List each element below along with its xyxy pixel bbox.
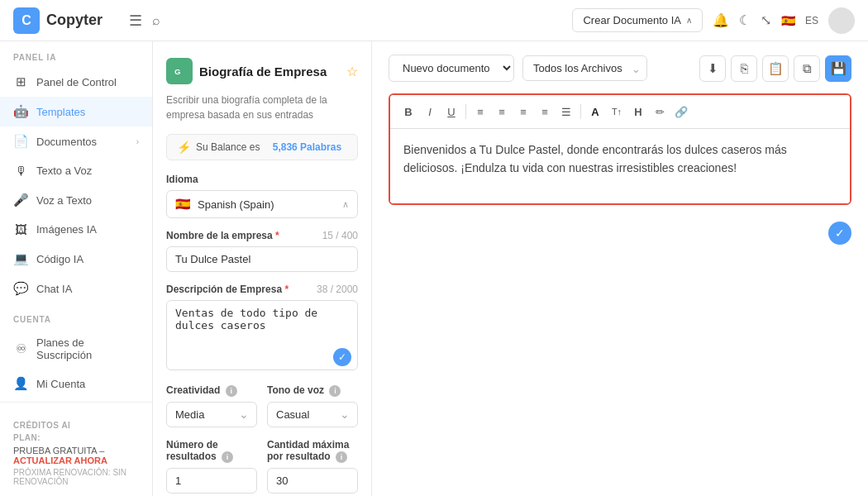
plan-text: PRUEBA GRATUITA – ACTUALIZAR AHORA [13,446,139,465]
creatividad-group: Creatividad i Media Baja Alta [166,384,257,427]
balance-row: ⚡ Su Balance es 5,836 Palabras [166,134,358,160]
fullscreen-icon[interactable]: ⤡ [761,12,771,28]
creatividad-select[interactable]: Media Baja Alta [166,402,257,427]
search-icon[interactable]: ⌕ [152,13,160,28]
required-star2: * [282,284,289,295]
sidebar-label-codigo: Código IA [36,253,139,265]
moon-icon[interactable]: ☾ [739,12,751,28]
right-panel: Nuevo documento Todos los Archivos ⬇ ⎘ 📋… [372,41,868,496]
sidebar-label-panel-control: Panel de Control [36,76,139,88]
sidebar-label-imagenes: Imágenes IA [36,223,139,236]
upgrade-link[interactable]: ACTUALIZAR AHORA [13,455,107,465]
text-size-button[interactable]: T↑ [607,102,627,122]
template-icon: G [166,58,193,84]
sidebar-item-templates[interactable]: 🤖 Templates [0,97,152,126]
sidebar-item-codigo[interactable]: 💻 Código IA [0,244,152,274]
underline-button[interactable]: U [441,102,461,122]
sidebar-label-texto-voz: Texto a Voz [36,165,139,177]
sidebar-label-voz-texto: Voz a Texto [36,194,139,207]
bold-button[interactable]: B [398,102,418,122]
align-center-button[interactable]: ≡ [492,102,512,122]
descripcion-wrap: Ventas de todo tipo de dulces caseros ✓ [166,300,358,373]
check-overlay: ✓ [333,348,351,366]
star-icon[interactable]: ☆ [346,64,358,79]
sidebar-item-mi-cuenta[interactable]: 👤 Mi Cuenta [0,369,152,398]
creatividad-info-icon[interactable]: i [226,385,237,397]
middle-panel: G Biografía de Empresa ☆ Escribir una bi… [153,41,372,496]
sidebar-label-chat: Chat IA [36,283,139,295]
num-resultados-label: Número de resultados i [166,439,257,463]
topbar: C Copyter ☰ ⌕ Crear Documento IA ∧ 🔔 ☾ ⤡… [0,0,868,41]
balance-value: 5,836 Palabras [273,141,341,153]
image-icon: 🖼 [13,222,28,236]
font-color-button[interactable]: A [585,102,605,122]
sidebar-item-voz-texto[interactable]: 🎤 Voz a Texto [0,185,152,215]
subscription-icon: ♾ [13,341,28,356]
descripcion-textarea[interactable]: Ventas de todo tipo de dulces caseros [166,300,358,370]
template-title: Biografía de Empresa [199,64,340,79]
editor-box: B I U ≡ ≡ ≡ ≡ ☰ A T↑ H ✏ 🔗 Bienvenidos a [389,93,851,205]
num-resultados-group: Número de resultados i [166,439,257,494]
code-icon: 💻 [13,251,28,266]
num-resultados-info-icon[interactable]: i [222,451,233,463]
right-top-bar: Nuevo documento Todos los Archivos ⬇ ⎘ 📋… [389,55,851,82]
crear-documento-button[interactable]: Crear Documento IA ∧ [572,8,703,32]
pen-button[interactable]: ✏ [650,102,670,122]
logo-icon: C [13,7,40,34]
copy-icon-btn[interactable]: ⎘ [731,55,757,82]
tono-select[interactable]: Casual Formal Neutro [267,402,358,427]
avatar[interactable] [828,7,855,34]
sidebar-item-documentos[interactable]: 📄 Documentos › [0,126,152,156]
lang-selector[interactable]: 🇪🇸 Spanish (Spain) ∧ [166,190,358,218]
link-button[interactable]: 🔗 [671,102,691,122]
tono-label: Tono de voz i [267,384,358,397]
sidebar-item-texto-voz[interactable]: 🎙 Texto a Voz [0,156,152,185]
heading-button[interactable]: H [628,102,648,122]
file-icon-btn[interactable]: 📋 [762,55,789,82]
sidebar-label-templates: Templates [36,106,139,118]
right-icons: ⬇ ⎘ 📋 ⧉ 💾 [699,55,851,82]
nuevo-doc-select[interactable]: Nuevo documento [389,55,514,82]
sidebar-item-imagenes[interactable]: 🖼 Imágenes IA [0,215,152,244]
save-icon-btn[interactable]: 💾 [825,55,851,82]
bottom-check-icon: ✓ [828,222,851,245]
cuenta-label: CUENTA [0,303,152,329]
cantidad-max-group: Cantidad máxima por resultado i [267,439,358,494]
document-icon: 📄 [13,134,28,149]
todos-archivos-select[interactable]: Todos los Archivos [522,55,647,81]
num-resultados-input[interactable] [166,468,257,494]
headphone-icon: 🎤 [13,193,28,207]
sidebar-label-documentos: Documentos [36,136,128,148]
italic-button[interactable]: I [420,102,440,122]
align-right-button[interactable]: ≡ [513,102,533,122]
nombre-input[interactable] [166,246,358,272]
toolbar-sep-1 [465,104,466,119]
sidebar-item-chat[interactable]: 💬 Chat IA [0,274,152,303]
nombre-label: Nombre de la empresa * 15 / 400 [166,230,358,241]
menu-icon[interactable]: ☰ [129,12,142,30]
download-icon-btn[interactable]: ⬇ [699,55,726,82]
cantidad-max-info-icon[interactable]: i [336,451,347,463]
num-results-row: Número de resultados i Cantidad máxima p… [166,439,358,494]
bolt-icon: ⚡ [177,141,191,154]
sidebar-item-panel-control[interactable]: ⊞ Panel de Control [0,67,152,97]
bottom-check-area: ✓ [389,222,851,245]
tono-select-wrapper: Casual Formal Neutro [267,402,358,427]
bell-icon[interactable]: 🔔 [713,12,729,28]
duplicate-icon-btn[interactable]: ⧉ [794,55,820,82]
list-button[interactable]: ☰ [556,102,576,122]
svg-text:G: G [174,67,181,76]
crear-label: Crear Documento IA [583,14,681,26]
mic-icon: 🎙 [13,164,28,178]
cantidad-max-input[interactable] [267,468,358,494]
sidebar-item-planes[interactable]: ♾ Planes de Suscripción [0,329,152,369]
toolbar-sep-2 [580,104,581,119]
creatividad-select-wrapper: Media Baja Alta [166,402,257,427]
editor-content[interactable]: Bienvenidos a Tu Dulce Pastel, donde enc… [390,129,850,203]
sidebar-label-planes: Planes de Suscripción [36,336,139,361]
logo-area: C Copyter [13,7,103,34]
align-left-button[interactable]: ≡ [470,102,490,122]
justify-button[interactable]: ≡ [535,102,555,122]
tono-info-icon[interactable]: i [329,385,341,397]
plan-value: PRUEBA GRATUITA [13,446,97,455]
